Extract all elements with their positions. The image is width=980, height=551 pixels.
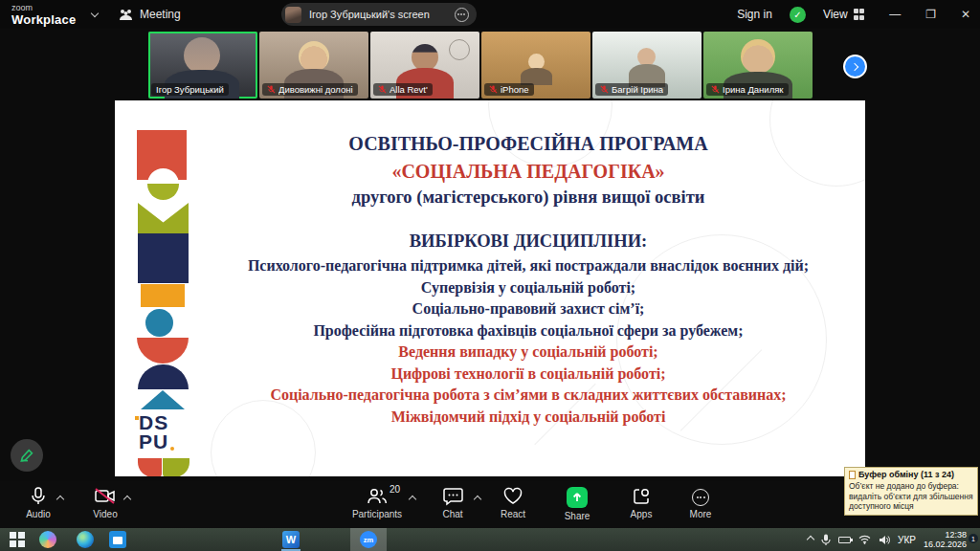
participant-name: Дивовижні долоні [278, 84, 353, 95]
system-tray: УКР 12:38 16.02.2026 1 [808, 528, 974, 551]
next-videos-button[interactable] [843, 55, 867, 78]
wall-clock [449, 39, 470, 60]
slide-subtitle: «СОЦІАЛЬНА ПЕДАГОГІКА» [199, 161, 858, 183]
notification-badge: 1 [969, 534, 978, 543]
clipboard-popup-title-row: Буфер обміну (11 з 24) [849, 470, 973, 480]
sign-in-button[interactable]: Sign in [737, 8, 772, 21]
participant-name-tag: Alla Revt' [373, 83, 433, 96]
video-tile-alla-revt[interactable]: Alla Revt' [370, 32, 479, 99]
participant-video [184, 37, 220, 74]
shared-screen-title: Ігор Зубрицький's screen [309, 9, 430, 20]
microphone-icon [30, 487, 47, 506]
participants-icon [367, 487, 388, 506]
share-button[interactable]: Share [548, 487, 606, 521]
apps-icon [632, 487, 651, 506]
participant-name: Ірина Даниляк [723, 84, 784, 95]
participant-name-tag: iPhone [484, 83, 534, 96]
annotate-button[interactable] [11, 439, 43, 472]
more-button[interactable]: More [672, 487, 729, 519]
discipline-item: Супервізія у соціальній роботі; [199, 277, 858, 299]
muted-mic-icon [378, 85, 387, 94]
muted-mic-icon [489, 85, 498, 94]
restore-button[interactable]: ❐ [925, 8, 936, 21]
security-shield-icon[interactable]: ✓ [790, 7, 806, 23]
chat-button[interactable]: Chat [424, 487, 481, 519]
camera-off-icon [94, 487, 117, 506]
participants-button[interactable]: 20 Participants [345, 487, 410, 519]
discipline-item: Ведення випадку у соціальній роботі; [199, 342, 858, 364]
zoom-meeting-window: zoom Workplace Meeting Ігор Зубрицький's… [0, 0, 980, 551]
tray-clock[interactable]: 12:38 16.02.2026 [924, 530, 967, 549]
tray-wifi-icon[interactable] [858, 535, 871, 544]
muted-mic-icon [711, 85, 720, 94]
clipboard-popup-title: Буфер обміну (11 з 24) [858, 470, 954, 480]
discipline-item: Професійна підготовка фахівців соціально… [199, 320, 858, 342]
view-layout-icon [854, 9, 865, 20]
video-tile-bahrii-iryna[interactable]: Багрій Ірина [592, 32, 702, 99]
discipline-item: Цифрові технології в соціальній роботі; [199, 364, 858, 386]
tab-meeting[interactable]: Meeting [119, 0, 181, 29]
discipline-item: Соціально-правовий захист сім’ї; [199, 298, 858, 320]
logo-orange-bar [141, 284, 185, 307]
participant-name-tag: Ірина Даниляк [706, 83, 789, 96]
tray-volume-icon[interactable] [879, 535, 890, 545]
tray-date: 16.02.2026 [924, 540, 967, 549]
windows-logo-icon [10, 531, 27, 547]
audio-button[interactable]: Audio [10, 487, 67, 519]
slide-title: ОСВІТНЬО-ПРОФЕСІЙНА ПРОГРАМА [199, 133, 858, 155]
tray-microphone-icon[interactable] [821, 534, 831, 546]
shared-screen-slide: DS PU ОСВІТНЬО-ПРОФЕСІЙНА ПРОГРАМА «СОЦІ… [115, 100, 865, 476]
tray-hidden-icons-chevron[interactable] [807, 536, 814, 543]
participant-name: Багрій Ірина [612, 84, 663, 95]
tab-meeting-label: Meeting [140, 8, 181, 21]
slide-section-heading: ВИБІРКОВІ ДИСЦИПЛІНИ: [199, 231, 858, 252]
logo-red-semicircle [137, 338, 189, 364]
participant-name-tag: Дивовижні долоні [262, 83, 358, 96]
discipline-item: Соціально-педагогічна робота з сім’ями в… [199, 385, 858, 407]
participant-name: iPhone [501, 84, 529, 95]
chevron-right-icon [850, 62, 858, 70]
discipline-item: Міжвідомчий підхід у соціальній роботі [199, 407, 858, 429]
dspu-logo-text: DS PU [139, 413, 168, 452]
heart-icon [502, 487, 523, 506]
participants-options-chevron[interactable] [409, 496, 416, 503]
shared-screen-banner[interactable]: Ігор Зубрицький's screen [281, 3, 477, 26]
minimize-button[interactable]: — [889, 8, 901, 21]
more-ellipsis-icon [692, 489, 709, 506]
logo-navy-square [138, 233, 189, 283]
pencil-icon [19, 448, 34, 463]
slide-degree-line: другого (магістерського) рівня вищої осв… [199, 187, 858, 208]
participant-name: Alla Revt' [390, 84, 428, 95]
logo-m-shape [138, 203, 189, 234]
participants-count: 20 [390, 484, 400, 495]
tray-language-indicator[interactable]: УКР [898, 535, 916, 545]
title-bar: zoom Workplace Meeting Ігор Зубрицький's… [0, 0, 980, 29]
tray-battery-icon[interactable] [838, 537, 851, 543]
taskbar-edge-icon[interactable] [77, 531, 94, 548]
logo-half-circle [147, 168, 179, 200]
react-button[interactable]: React [484, 487, 542, 519]
meeting-people-icon [119, 9, 133, 21]
taskbar-copilot-icon[interactable] [39, 531, 56, 548]
video-tile-dyvovyzhni-doloni[interactable]: Дивовижні долоні [259, 32, 368, 99]
video-tile-iphone[interactable]: iPhone [481, 32, 590, 99]
video-tile-igor-zubrytskyi[interactable]: Ігор Зубрицький [148, 32, 257, 99]
view-button[interactable]: View [823, 8, 864, 21]
share-screen-icon [567, 487, 588, 508]
muted-mic-icon [267, 85, 276, 94]
close-button[interactable]: ✕ [961, 8, 970, 21]
video-button[interactable]: Video [77, 487, 134, 519]
start-button[interactable] [10, 531, 27, 548]
taskbar-store-icon[interactable] [109, 531, 126, 548]
clipboard-popup: Буфер обміну (11 з 24) Об’єкт не додано … [844, 467, 978, 516]
brand-workplace: Workplace [11, 12, 76, 27]
muted-mic-icon [600, 85, 609, 94]
taskbar-word-icon[interactable]: W [282, 531, 300, 548]
video-tile-iryna-danyliak[interactable]: Ірина Даниляк [703, 32, 813, 99]
apps-button[interactable]: Apps [612, 487, 670, 519]
taskbar-zoom-icon[interactable]: zm [360, 531, 377, 548]
clipboard-popup-body: Об’єкт не додано до буфера: видаліть об’… [849, 481, 973, 512]
brand-chevron-down-icon[interactable] [91, 10, 99, 17]
participant-name: Ігор Зубрицький [156, 84, 224, 95]
share-options-ellipsis-icon[interactable] [455, 8, 469, 22]
